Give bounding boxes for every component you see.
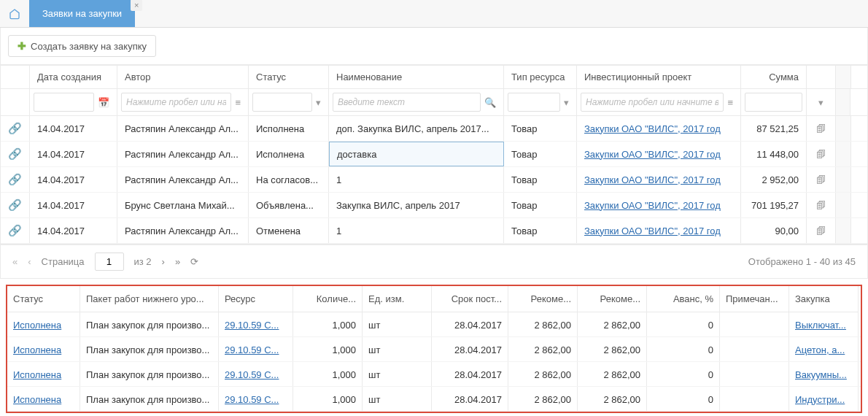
link-icon[interactable]: 🔗 [8,224,22,237]
dcol-note[interactable]: Примечан... [720,286,789,312]
dcol-unit[interactable]: Ед. изм. [363,286,432,312]
filter-date[interactable] [34,93,94,112]
link-icon[interactable]: 🔗 [8,199,22,212]
table-row[interactable]: 🔗14.04.2017Растяпин Александр Ал...Отмен… [1,218,867,244]
project-link[interactable]: Закупки ОАО "ВИЛС", 2017 год [584,174,721,185]
page-input[interactable] [95,253,124,271]
create-request-label: Создать заявку на закупку [31,41,147,52]
grid-header: Дата создания Автор Статус Наименование … [1,66,867,89]
search-icon[interactable]: 🔍 [481,97,500,108]
dcol-qty[interactable]: Количе... [293,286,363,312]
filter-sum[interactable] [745,93,802,112]
dcol-pack[interactable]: Пакет работ нижнего уро... [80,286,219,312]
filter-author[interactable] [121,93,231,112]
cell-date: 14.04.2017 [30,167,117,192]
refresh-button[interactable]: ⟳ [190,256,198,267]
detail-status-link[interactable]: Исполнена [13,344,61,355]
cell-name: доставка [329,142,504,166]
col-type[interactable]: Тип ресурса [504,66,577,88]
chevron-down-icon[interactable]: ▾ [560,97,573,108]
detail-avans: 0 [647,312,720,336]
detail-row[interactable]: ИсполненаПлан закупок для произво...29.1… [7,362,861,387]
table-row[interactable]: 🔗14.04.2017Растяпин Александр Ал...Испол… [1,142,867,167]
home-tab[interactable] [0,8,29,20]
dcol-avans[interactable]: Аванс, % [647,286,720,312]
document-icon[interactable]: 🗐 [816,174,826,185]
cell-project: Закупки ОАО "ВИЛС", 2017 год [577,218,741,243]
table-row[interactable]: 🔗14.04.2017Растяпин Александр Ал...Испол… [1,116,867,142]
project-link[interactable]: Закупки ОАО "ВИЛС", 2017 год [584,200,721,211]
pager-summary: Отображено 1 - 40 из 45 [748,256,856,267]
filter-type[interactable] [508,93,560,112]
detail-note [720,362,789,386]
calendar-icon[interactable]: 📅 [94,97,113,108]
last-page-button[interactable]: » [175,256,180,267]
dcol-status[interactable]: Статус [7,286,80,312]
col-status[interactable]: Статус [249,66,329,88]
detail-rec2: 2 862,00 [578,337,647,361]
chevron-down-icon[interactable]: ▾ [312,97,325,108]
filter-name[interactable] [333,93,481,112]
link-icon[interactable]: 🔗 [8,147,22,161]
document-icon[interactable]: 🗐 [816,226,826,236]
main-grid: Дата создания Автор Статус Наименование … [0,65,868,244]
detail-resource-link[interactable]: 29.10.59 С... [225,344,279,355]
project-link[interactable]: Закупки ОАО "ВИЛС", 2017 год [584,149,721,160]
dcol-rec1[interactable]: Рекоме... [508,286,578,312]
detail-purchase-link[interactable]: Вакуумны... [795,369,847,380]
document-icon[interactable]: 🗐 [816,123,826,134]
detail-row[interactable]: ИсполненаПлан закупок для произво...29.1… [7,312,861,337]
dcol-res[interactable]: Ресурс [219,286,293,312]
create-request-button[interactable]: ✚ Создать заявку на закупку [8,35,156,57]
col-author[interactable]: Автор [117,66,249,88]
cell-sum: 11 448,00 [741,142,807,166]
detail-date: 28.04.2017 [432,387,508,411]
next-page-button[interactable]: › [162,256,165,267]
cell-type: Товар [504,116,577,141]
col-sum[interactable]: Сумма [741,66,807,88]
detail-resource-link[interactable]: 29.10.59 С... [225,369,279,380]
detail-row[interactable]: ИсполненаПлан закупок для произво...29.1… [7,387,861,412]
cell-name: 1 [329,167,504,192]
table-row[interactable]: 🔗14.04.2017Брунс Светлана Михай...Объявл… [1,193,867,218]
detail-resource-link[interactable]: 29.10.59 С... [225,320,279,331]
detail-resource-link[interactable]: 29.10.59 С... [225,394,279,405]
table-row[interactable]: 🔗14.04.2017Растяпин Александр Ал...На со… [1,167,867,193]
plus-icon: ✚ [18,40,26,52]
dcol-zak[interactable]: Закупка [789,286,859,312]
detail-note [720,312,789,336]
detail-status-link[interactable]: Исполнена [13,320,61,331]
prev-page-button[interactable]: ‹ [28,256,31,267]
dcol-rec2[interactable]: Рекоме... [578,286,647,312]
tab-purchase-requests[interactable]: Заявки на закупки × [29,0,135,27]
col-date[interactable]: Дата создания [30,66,117,88]
cell-status: Исполнена [249,116,329,141]
tab-close-button[interactable]: × [131,0,142,11]
detail-pack: План закупок для произво... [80,337,219,361]
project-link[interactable]: Закупки ОАО "ВИЛС", 2017 год [584,123,721,134]
detail-purchase-link[interactable]: Выключат... [795,320,846,331]
col-project[interactable]: Инвестиционный проект [577,66,741,88]
filter-project[interactable] [581,93,724,112]
document-icon[interactable]: 🗐 [816,200,826,211]
col-name[interactable]: Наименование [329,66,504,88]
project-link[interactable]: Закупки ОАО "ВИЛС", 2017 год [584,226,721,236]
detail-avans: 0 [647,362,720,386]
detail-purchase-link[interactable]: Индустри... [795,394,845,405]
list-icon[interactable]: ≡ [724,97,737,108]
filter-status[interactable] [252,93,312,112]
link-icon[interactable]: 🔗 [8,122,22,135]
dcol-date[interactable]: Срок пост... [432,286,508,312]
cell-date: 14.04.2017 [30,116,117,141]
first-page-button[interactable]: « [12,256,18,267]
detail-row[interactable]: ИсполненаПлан закупок для произво...29.1… [7,337,861,362]
detail-status-link[interactable]: Исполнена [13,394,61,405]
chevron-down-icon[interactable]: ▾ [815,97,827,108]
cell-sum: 87 521,25 [741,116,807,141]
detail-purchase-link[interactable]: Ацетон, а... [795,344,845,355]
document-icon[interactable]: 🗐 [816,149,826,160]
link-icon[interactable]: 🔗 [8,173,22,186]
detail-status-link[interactable]: Исполнена [13,369,61,380]
list-icon[interactable]: ≡ [231,97,244,108]
detail-note [720,387,789,411]
